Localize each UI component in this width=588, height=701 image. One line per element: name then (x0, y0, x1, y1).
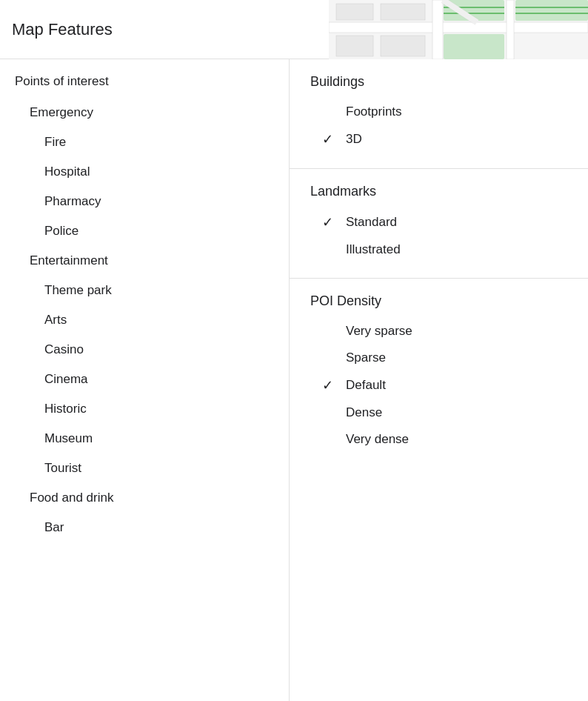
sub-item-fire[interactable]: Fire (0, 127, 289, 157)
checkmark-3d: ✓ (322, 131, 343, 147)
points-of-interest-header: Points of interest (0, 65, 289, 98)
option-very-dense[interactable]: Very dense (310, 426, 567, 453)
sparse-label: Sparse (346, 350, 386, 365)
category-food-and-drink[interactable]: Food and drink (0, 483, 289, 513)
svg-rect-6 (444, 34, 504, 59)
option-illustrated[interactable]: Illustrated (310, 236, 567, 263)
option-very-sparse[interactable]: Very sparse (310, 318, 567, 345)
poi-density-section: POI Density Very sparse Sparse ✓ Default… (290, 279, 588, 468)
svg-rect-9 (381, 4, 425, 20)
buildings-section: Buildings Footprints ✓ 3D (290, 59, 588, 169)
header: Map Features (0, 0, 588, 59)
option-3d[interactable]: ✓ 3D (310, 125, 567, 153)
option-footprints[interactable]: Footprints (310, 99, 567, 125)
3d-label: 3D (346, 132, 362, 147)
landmarks-section: Landmarks ✓ Standard Illustrated (290, 169, 588, 279)
svg-rect-4 (507, 0, 514, 59)
option-default[interactable]: ✓ Default (310, 371, 567, 399)
sub-item-historic[interactable]: Historic (0, 394, 289, 424)
default-label: Default (346, 378, 386, 393)
sub-item-police[interactable]: Police (0, 216, 289, 246)
sub-item-tourist[interactable]: Tourist (0, 454, 289, 483)
option-sparse[interactable]: Sparse (310, 345, 567, 371)
very-sparse-label: Very sparse (346, 324, 412, 339)
sub-item-museum[interactable]: Museum (0, 424, 289, 454)
option-standard[interactable]: ✓ Standard (310, 208, 567, 236)
landmarks-title: Landmarks (310, 184, 567, 199)
svg-rect-10 (336, 36, 373, 56)
svg-rect-7 (515, 0, 588, 21)
sub-item-cinema[interactable]: Cinema (0, 365, 289, 394)
svg-rect-2 (329, 22, 588, 33)
sub-item-arts[interactable]: Arts (0, 305, 289, 335)
buildings-title: Buildings (310, 74, 567, 90)
sub-item-theme-park[interactable]: Theme park (0, 276, 289, 305)
right-panel: Buildings Footprints ✓ 3D Landmarks ✓ St… (289, 59, 588, 701)
option-dense[interactable]: Dense (310, 399, 567, 426)
main-container: Map Features (0, 0, 588, 701)
poi-density-title: POI Density (310, 293, 567, 309)
very-dense-label: Very dense (346, 432, 409, 447)
checkmark-standard: ✓ (322, 214, 343, 230)
left-panel: Points of interest Emergency Fire Hospit… (0, 59, 289, 701)
svg-rect-11 (381, 36, 425, 56)
category-emergency[interactable]: Emergency (0, 98, 289, 127)
sub-item-hospital[interactable]: Hospital (0, 157, 289, 187)
main-content: Points of interest Emergency Fire Hospit… (0, 59, 588, 701)
footprints-label: Footprints (346, 104, 402, 119)
sub-item-casino[interactable]: Casino (0, 335, 289, 365)
checkmark-default: ✓ (322, 377, 343, 393)
sub-item-pharmacy[interactable]: Pharmacy (0, 187, 289, 216)
standard-label: Standard (346, 215, 397, 230)
category-entertainment[interactable]: Entertainment (0, 246, 289, 276)
svg-rect-8 (336, 4, 373, 20)
sub-item-bar[interactable]: Bar (0, 513, 289, 542)
map-preview (329, 0, 588, 59)
illustrated-label: Illustrated (346, 242, 401, 257)
dense-label: Dense (346, 405, 382, 420)
svg-rect-3 (432, 0, 443, 59)
